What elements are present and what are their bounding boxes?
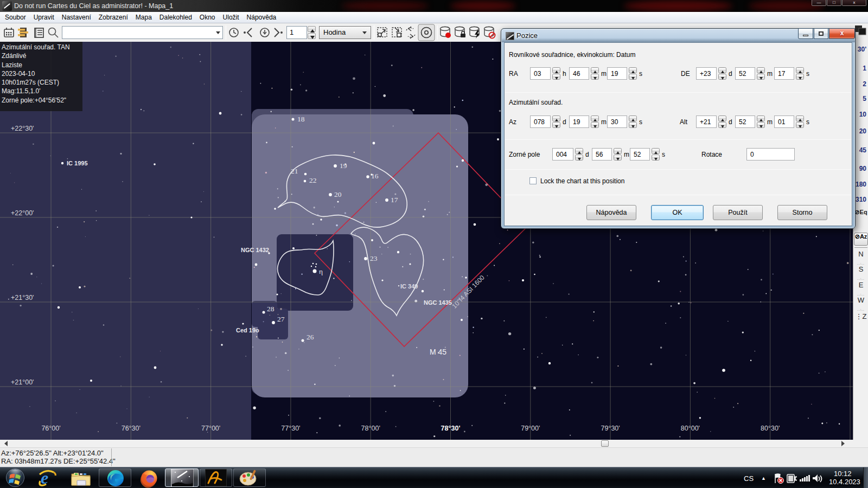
svg-text:77°00': 77°00' (201, 425, 220, 432)
svg-text:27: 27 (277, 315, 285, 323)
svg-text:+21°30': +21°30' (11, 294, 34, 301)
svg-text:21: 21 (291, 167, 298, 175)
svg-text:+21°00': +21°00' (11, 378, 34, 386)
svg-text:16: 16 (371, 172, 379, 180)
svg-text:M 45: M 45 (430, 348, 446, 356)
svg-text:23: 23 (370, 254, 378, 262)
svg-text:80°00': 80°00' (681, 425, 700, 432)
svg-text:+22°30': +22°30' (11, 125, 34, 132)
svg-text:NGC 1435: NGC 1435 (424, 299, 452, 306)
svg-text:79°30': 79°30' (601, 425, 620, 432)
svg-text:78°00': 78°00' (361, 425, 380, 432)
svg-text:η: η (319, 267, 323, 275)
svg-text:26: 26 (307, 333, 314, 341)
svg-text:28: 28 (267, 305, 275, 313)
svg-text:Ced 19o: Ced 19o (236, 327, 259, 333)
svg-text:18: 18 (297, 115, 305, 123)
svg-text:IC 349: IC 349 (400, 283, 418, 290)
svg-text:76°30': 76°30' (122, 425, 141, 432)
svg-text:IC 1995: IC 1995 (67, 160, 88, 166)
svg-text:17: 17 (391, 196, 398, 204)
svg-text:NGC 1432: NGC 1432 (241, 247, 269, 253)
svg-text:19: 19 (340, 162, 347, 170)
svg-text:20: 20 (334, 190, 342, 198)
svg-text:77°30': 77°30' (281, 425, 300, 432)
svg-text:79°00': 79°00' (521, 425, 540, 432)
svg-text:22: 22 (309, 176, 317, 184)
svg-text:80°30': 80°30' (761, 425, 780, 432)
svg-text:76°00': 76°00' (41, 425, 60, 432)
svg-text:78°30': 78°30' (441, 425, 461, 432)
svg-text:+22°00': +22°00' (11, 209, 34, 217)
